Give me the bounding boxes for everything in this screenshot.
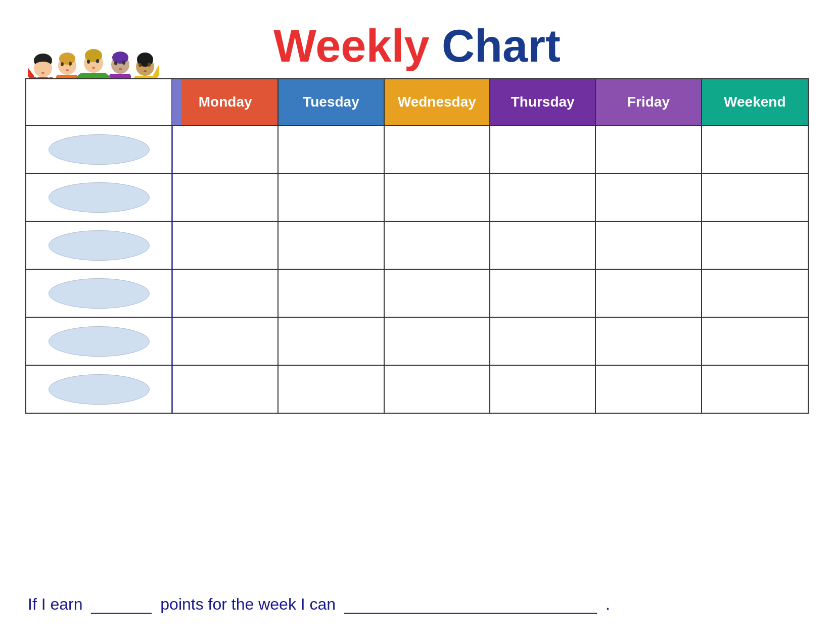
table-row — [26, 365, 808, 413]
day-monday: Monday — [173, 79, 279, 125]
data-cell[interactable] — [596, 174, 702, 221]
data-cell[interactable] — [173, 366, 279, 413]
svg-point-17 — [61, 62, 64, 66]
svg-point-29 — [87, 60, 90, 64]
data-cell[interactable] — [596, 366, 702, 413]
chart-outer: Monday Tuesday Wednesday Thursday Friday… — [25, 78, 809, 414]
table-row — [26, 125, 808, 173]
footer-blank-points[interactable] — [91, 594, 152, 614]
table-row — [26, 221, 808, 269]
data-cell[interactable] — [173, 174, 279, 221]
data-cell[interactable] — [490, 366, 596, 413]
svg-point-30 — [96, 59, 99, 63]
data-cell[interactable] — [702, 270, 808, 317]
day-wednesday: Wednesday — [385, 79, 490, 125]
svg-point-43 — [119, 68, 122, 70]
footer-blank-reward[interactable] — [344, 594, 597, 614]
data-cell[interactable] — [702, 318, 808, 365]
activity-oval-1 — [49, 134, 150, 165]
header-activity-cell — [26, 79, 173, 125]
svg-point-14 — [35, 62, 51, 70]
data-cell[interactable] — [596, 126, 702, 173]
activity-cell-5 — [26, 318, 173, 365]
activity-cell-2 — [26, 174, 173, 221]
data-cell[interactable] — [385, 174, 490, 221]
activity-oval-6 — [49, 374, 150, 405]
data-cell[interactable] — [490, 318, 596, 365]
table-row — [26, 269, 808, 317]
activity-cell-6 — [26, 366, 173, 413]
data-cell[interactable] — [385, 318, 490, 365]
activity-oval-5 — [49, 326, 150, 357]
data-cell[interactable] — [596, 318, 702, 365]
activity-oval-4 — [49, 278, 150, 309]
data-cell[interactable] — [173, 318, 279, 365]
table-row — [26, 317, 808, 365]
chart-body — [26, 125, 808, 413]
svg-point-53 — [138, 63, 142, 67]
title-chart: Chart — [442, 21, 561, 71]
svg-point-41 — [114, 61, 117, 65]
activity-oval-3 — [49, 230, 150, 261]
data-cell[interactable] — [279, 270, 384, 317]
chart-header: Monday Tuesday Wednesday Thursday Friday… — [26, 79, 808, 125]
svg-line-63 — [28, 68, 32, 77]
table-row — [26, 173, 808, 221]
activity-cell-1 — [26, 126, 173, 173]
svg-point-42 — [122, 61, 125, 65]
data-cell[interactable] — [702, 366, 808, 413]
footer-text: If I earn points for the week I can . — [28, 594, 610, 614]
data-cell[interactable] — [385, 222, 490, 269]
day-thursday: Thursday — [490, 79, 596, 125]
svg-point-19 — [66, 69, 69, 71]
svg-point-54 — [148, 63, 151, 67]
svg-point-5 — [41, 72, 44, 74]
day-tuesday: Tuesday — [279, 79, 384, 125]
data-cell[interactable] — [702, 174, 808, 221]
data-cell[interactable] — [173, 126, 279, 173]
activity-cell-4 — [26, 270, 173, 317]
data-cell[interactable] — [490, 270, 596, 317]
data-cell[interactable] — [173, 270, 279, 317]
data-cell[interactable] — [596, 222, 702, 269]
data-cell[interactable] — [279, 318, 384, 365]
data-cell[interactable] — [385, 126, 490, 173]
svg-line-64 — [156, 67, 159, 76]
footer-period: . — [606, 595, 610, 613]
data-cell[interactable] — [702, 126, 808, 173]
page-container: Weekly Chart — [0, 0, 834, 644]
data-cell[interactable] — [279, 222, 384, 269]
activity-cell-3 — [26, 222, 173, 269]
data-cell[interactable] — [279, 174, 384, 221]
data-cell[interactable] — [385, 366, 490, 413]
day-friday: Friday — [596, 79, 702, 125]
data-cell[interactable] — [279, 366, 384, 413]
title-weekly: Weekly — [273, 21, 430, 71]
svg-point-55 — [144, 70, 147, 72]
data-cell[interactable] — [385, 270, 490, 317]
data-cell[interactable] — [702, 222, 808, 269]
purple-divider — [172, 79, 181, 125]
data-cell[interactable] — [279, 126, 384, 173]
data-cell[interactable] — [173, 222, 279, 269]
activity-oval-2 — [49, 182, 150, 213]
data-cell[interactable] — [490, 222, 596, 269]
footer-text-middle: points for the week I can — [160, 595, 336, 613]
chart-area: Monday Tuesday Wednesday Thursday Friday… — [25, 78, 809, 414]
data-cell[interactable] — [596, 270, 702, 317]
svg-point-18 — [69, 62, 72, 66]
data-cell[interactable] — [490, 126, 596, 173]
day-weekend: Weekend — [702, 79, 808, 125]
data-cell[interactable] — [490, 174, 596, 221]
svg-point-31 — [92, 67, 95, 69]
footer-text-before: If I earn — [28, 595, 83, 613]
